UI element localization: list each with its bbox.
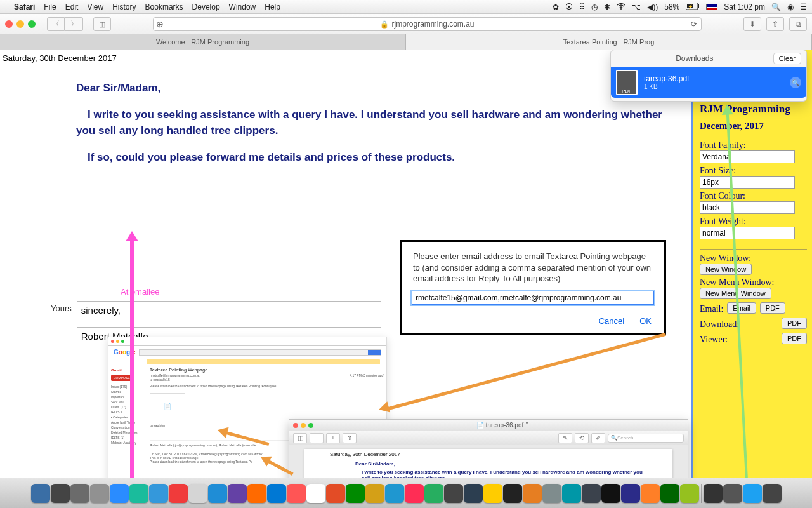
letter-textarea[interactable]: Dear Sir/Madam, I write to you seeking a… [76, 75, 672, 175]
maximize-window-button[interactable] [28, 20, 36, 28]
menu-help[interactable]: Help [265, 3, 280, 11]
download-item[interactable]: PDF tareap-36.pdf 1 KB 🔍 [611, 67, 806, 98]
downloads-clear-button[interactable]: Clear [773, 53, 801, 64]
volume-icon[interactable]: ◀︎)) [647, 3, 658, 11]
dock-app-25[interactable] [523, 484, 542, 503]
dock-app-24[interactable] [503, 484, 522, 503]
battery-percent[interactable]: 58% [664, 3, 679, 11]
url-address-bar[interactable]: ⊕ 🔒 rjmprogramming.com.au ⟳ [153, 17, 702, 31]
dock-app-4[interactable] [110, 484, 129, 503]
back-button[interactable]: 〈 [47, 17, 65, 31]
dock-app-10[interactable] [228, 484, 247, 503]
font-family-select[interactable] [700, 150, 795, 163]
spotlight-icon[interactable]: 🔍 [771, 3, 781, 11]
dock-app-29[interactable] [601, 484, 620, 503]
pdf-zoom-in[interactable]: + [326, 433, 340, 443]
dock-app-11[interactable] [247, 484, 266, 503]
dock-app-8[interactable] [188, 484, 207, 503]
minimize-window-button[interactable] [16, 20, 24, 28]
pdf-rotate[interactable]: ⟲ [575, 433, 589, 443]
display-icon[interactable]: ⌥ [632, 3, 641, 11]
status-icon[interactable]: ✿ [553, 3, 559, 11]
tab-textarea-pointing[interactable]: Textarea Pointing - RJM Prog [406, 34, 812, 50]
dock-app-23[interactable] [483, 484, 502, 503]
pdf-zoom-out[interactable]: − [310, 433, 324, 443]
flag-icon[interactable] [706, 4, 717, 10]
menu-edit[interactable]: Edit [65, 3, 79, 11]
prompt-ok-button[interactable]: OK [639, 316, 652, 326]
dock-app-22[interactable] [464, 484, 483, 503]
pdf-share[interactable]: ⇧ [343, 433, 357, 443]
wifi-icon[interactable] [617, 3, 625, 11]
dock-app-5[interactable] [129, 484, 148, 503]
tab-welcome[interactable]: Welcome - RJM Programming [0, 34, 406, 50]
dock-app-27[interactable] [562, 484, 581, 503]
dock-app-19[interactable] [405, 484, 424, 503]
dock-app-20[interactable] [424, 484, 443, 503]
dock-app-18[interactable] [385, 484, 404, 503]
pdf-highlight[interactable]: ✎ [558, 433, 572, 443]
dock-app-28[interactable] [582, 484, 601, 503]
dock-app-31[interactable] [641, 484, 660, 503]
dock-app-9[interactable] [208, 484, 227, 503]
clock[interactable]: Sat 1:02 pm [724, 3, 765, 11]
font-colour-select[interactable] [700, 201, 795, 214]
dock-app-33[interactable] [680, 484, 699, 503]
pdf-button-1[interactable]: PDF [760, 302, 785, 314]
status-icon[interactable]: ◷ [591, 3, 598, 11]
menu-view[interactable]: View [87, 3, 103, 11]
dock-app-26[interactable] [542, 484, 561, 503]
font-size-select[interactable] [700, 176, 795, 189]
pdf-button-2[interactable]: PDF [782, 318, 807, 329]
prompt-input[interactable] [412, 291, 654, 305]
dock-app-17[interactable] [365, 484, 384, 503]
dock-app-21[interactable] [444, 484, 463, 503]
prompt-cancel-button[interactable]: Cancel [599, 316, 624, 326]
siri-icon[interactable]: ◉ [787, 3, 794, 11]
menu-develop[interactable]: Develop [192, 3, 220, 11]
email-button[interactable]: Email [727, 302, 756, 314]
reveal-in-finder-icon[interactable]: 🔍 [790, 77, 801, 88]
reload-icon[interactable]: ⟳ [691, 20, 697, 29]
status-icon[interactable]: ⠿ [579, 3, 585, 11]
dock-app-6[interactable] [149, 484, 168, 503]
dock-app-14[interactable] [306, 484, 325, 503]
dock-app-35[interactable] [723, 484, 742, 503]
app-name[interactable]: Safari [14, 3, 35, 11]
battery-icon[interactable]: ⚡ [686, 3, 700, 11]
show-tabs-button[interactable]: ⧉ [789, 17, 807, 31]
pdf-button-3[interactable]: PDF [782, 333, 807, 344]
pdf-search[interactable]: 🔍 Search [608, 434, 684, 443]
downloads-button[interactable]: ⬇ [743, 17, 761, 31]
font-weight-select[interactable] [700, 227, 795, 239]
dock-app-7[interactable] [169, 484, 188, 503]
dock-app-0[interactable] [31, 484, 50, 503]
menu-file[interactable]: File [44, 3, 56, 11]
new-tab-plus-icon[interactable]: ⊕ [156, 19, 164, 29]
bluetooth-icon[interactable]: ✱ [604, 3, 610, 11]
close-window-button[interactable] [5, 20, 13, 28]
dock-app-2[interactable] [70, 484, 89, 503]
menu-history[interactable]: History [112, 3, 136, 11]
dock-app-3[interactable] [90, 484, 109, 503]
dock-app-1[interactable] [51, 484, 70, 503]
pdf-sidebar-button[interactable]: ◫ [293, 433, 307, 443]
share-button[interactable]: ⇧ [766, 17, 784, 31]
dock-app-37[interactable] [763, 484, 782, 503]
forward-button[interactable]: 〉 [65, 17, 83, 31]
dock-app-12[interactable] [267, 484, 286, 503]
status-icon[interactable]: ⦿ [565, 3, 573, 11]
dock-app-16[interactable] [346, 484, 365, 503]
closing-input[interactable]: sincerely, [77, 301, 381, 319]
notification-center-icon[interactable]: ☰ [800, 3, 807, 11]
new-menu-window-button[interactable]: New Menu Window [700, 288, 771, 299]
menu-window[interactable]: Window [229, 3, 256, 11]
dock-app-15[interactable] [326, 484, 345, 503]
dock-app-32[interactable] [660, 484, 679, 503]
sidebar-toggle-button[interactable]: ◫ [93, 17, 111, 31]
dock-app-30[interactable] [621, 484, 640, 503]
new-window-button[interactable]: New Window [700, 264, 752, 275]
pdf-markup[interactable]: ✐ [591, 433, 605, 443]
dock-app-13[interactable] [287, 484, 306, 503]
menu-bookmarks[interactable]: Bookmarks [145, 3, 183, 11]
